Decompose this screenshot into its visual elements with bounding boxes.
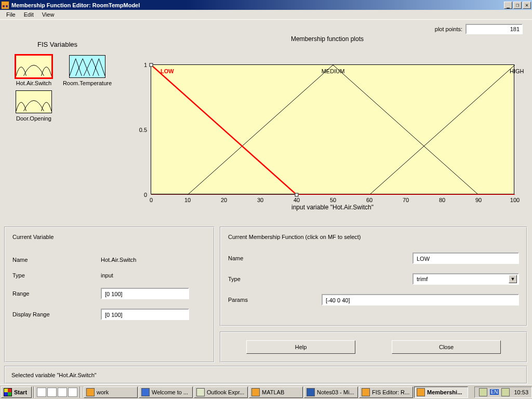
xtick: 70 <box>403 197 409 203</box>
mf-vertex-marker[interactable] <box>295 193 299 197</box>
mf-vertex-marker[interactable] <box>150 63 153 67</box>
panel-title: Current Membership Function (click on MF… <box>228 234 361 240</box>
matlab-icon <box>417 388 425 396</box>
button-panel: Help Close <box>220 331 527 363</box>
tray-icon[interactable] <box>479 388 487 396</box>
quick-launch-icon[interactable] <box>68 388 77 397</box>
windows-logo-icon <box>4 388 12 396</box>
matlab-icon <box>251 388 260 396</box>
cv-type-value: input <box>101 272 113 278</box>
quick-launch-icon[interactable] <box>58 388 67 397</box>
xtick: 10 <box>184 197 191 203</box>
matlab-icon <box>362 388 370 396</box>
fis-variables: Hot.Air.Switch Room.Temperature Door.Ope… <box>10 55 113 122</box>
mf-params-input[interactable]: [-40 0 40] <box>322 294 519 305</box>
plot-xlabel: input variable "Hot.Air.Switch" <box>151 204 514 211</box>
xtick: 40 <box>294 197 300 203</box>
tray-icon[interactable] <box>501 388 510 396</box>
task-notes[interactable]: Notes03 - Mi... <box>304 387 358 398</box>
status-panel: Selected variable "Hot.Air.Switch" <box>4 366 527 384</box>
folder-icon <box>86 388 95 396</box>
taskbar: Start work Welcome to ... Outlook Expr..… <box>0 384 532 399</box>
task-outlook[interactable]: Outlook Expr... <box>194 387 248 398</box>
fis-variables-title: FIS Variables <box>37 41 77 48</box>
mf-name-input[interactable]: LOW <box>413 252 519 264</box>
xtick: 30 <box>257 197 263 203</box>
language-indicator[interactable]: EN <box>490 389 499 395</box>
cv-range-input[interactable]: [0 100] <box>101 288 189 299</box>
fis-var-label: Door.Opening <box>16 115 51 122</box>
task-work[interactable]: work <box>84 387 138 398</box>
close-button[interactable]: ✕ <box>523 2 531 9</box>
xtick: 20 <box>221 197 227 203</box>
xtick: 100 <box>510 197 520 203</box>
plot-points-input[interactable]: 181 <box>466 24 523 34</box>
menu-file[interactable]: File <box>2 10 20 19</box>
cv-type-label: Type <box>12 272 101 278</box>
outlook-icon <box>196 388 205 396</box>
start-button[interactable]: Start <box>1 387 32 398</box>
fis-var-door-opening[interactable]: Door.Opening <box>10 90 57 122</box>
minimize-button[interactable]: _ <box>504 2 512 9</box>
quick-launch <box>36 388 78 397</box>
quick-launch-icon[interactable] <box>47 388 57 397</box>
cv-range-label: Range <box>12 290 101 297</box>
current-variable-panel: Current Variable Name Hot.Air.Switch Typ… <box>4 227 215 363</box>
mf-plot[interactable]: 0 0.5 1 0 10 20 30 40 50 60 70 80 90 100… <box>151 64 514 194</box>
mf-type-label: Type <box>228 276 306 282</box>
window-title: Membership Function Editor: RoomTempMode… <box>11 2 503 8</box>
start-label: Start <box>14 389 27 395</box>
ie-icon <box>141 388 150 396</box>
xtick: 80 <box>439 197 445 203</box>
mf-type-value: trimf <box>417 275 428 283</box>
cv-display-range-input[interactable]: [0 100] <box>101 309 189 320</box>
clock: 10:53 <box>514 389 528 395</box>
xtick: 50 <box>330 197 336 203</box>
cv-name-label: Name <box>12 257 101 263</box>
mf-plot-area: Membership function plots 0 0.5 1 0 10 2… <box>130 35 525 217</box>
close-button[interactable]: Close <box>392 340 501 354</box>
ytick: 0.5 <box>139 127 147 133</box>
cv-display-range-label: Display Range <box>12 311 101 317</box>
cv-name-value: Hot.Air.Switch <box>101 257 136 263</box>
chevron-down-icon: ▼ <box>509 275 517 283</box>
fis-var-label: Room.Temperature <box>63 80 112 86</box>
current-mf-panel: Current Membership Function (click on MF… <box>220 227 527 326</box>
word-icon <box>307 388 315 396</box>
plot-points-label: plot points: <box>435 26 462 32</box>
fis-var-label: Hot.Air.Switch <box>16 80 51 86</box>
status-text: Selected variable "Hot.Air.Switch" <box>11 372 97 378</box>
ytick: 1 <box>144 62 147 68</box>
plot-title: Membership function plots <box>130 35 525 43</box>
mf-name-label: Name <box>228 255 306 261</box>
system-tray: EN 10:53 <box>474 387 532 398</box>
task-mf-editor[interactable]: Membershi... <box>414 387 468 398</box>
menu-view[interactable]: View <box>38 10 59 19</box>
menu-bar: File Edit View <box>0 10 532 20</box>
separator <box>33 387 35 398</box>
mf-params-label: Params <box>228 297 301 303</box>
task-fis-editor[interactable]: FIS Editor: R... <box>359 387 413 398</box>
task-matlab[interactable]: MATLAB <box>249 387 303 398</box>
xtick: 90 <box>475 197 482 203</box>
fis-var-hot-air-switch[interactable]: Hot.Air.Switch <box>10 55 57 86</box>
xtick: 60 <box>366 197 373 203</box>
menu-edit[interactable]: Edit <box>20 10 38 19</box>
plot-points-group: plot points: 181 <box>435 24 523 34</box>
maximize-button[interactable]: ❐ <box>513 2 522 9</box>
help-button[interactable]: Help <box>246 340 355 354</box>
fis-var-room-temperature[interactable]: Room.Temperature <box>61 55 113 86</box>
task-welcome[interactable]: Welcome to ... <box>139 387 193 398</box>
mf-type-select[interactable]: trimf ▼ <box>413 273 519 285</box>
panel-title: Current Variable <box>12 234 54 240</box>
xtick: 0 <box>150 197 153 203</box>
ytick: 0 <box>144 192 147 198</box>
app-icon <box>1 1 9 9</box>
title-bar: Membership Function Editor: RoomTempMode… <box>0 0 532 10</box>
separator <box>79 387 81 398</box>
quick-launch-icon[interactable] <box>37 388 46 397</box>
